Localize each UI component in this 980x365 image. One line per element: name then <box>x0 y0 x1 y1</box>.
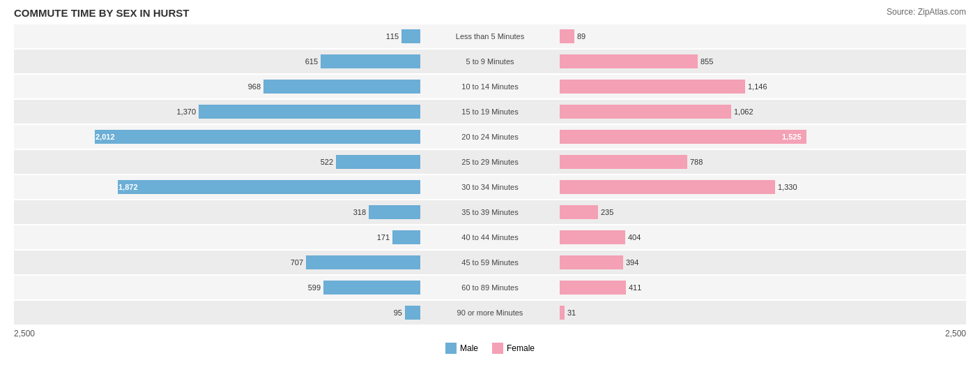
male-value: 522 <box>321 158 333 166</box>
male-bar <box>199 105 420 119</box>
female-bar <box>560 155 687 169</box>
female-value: 1,062 <box>734 107 753 116</box>
row-label: Less than 5 Minutes <box>420 32 560 40</box>
male-bar <box>369 205 420 219</box>
male-value: 1,370 <box>176 107 196 116</box>
male-value: 968 <box>248 82 261 91</box>
female-value: 1,330 <box>778 183 797 191</box>
male-value: 115 <box>386 32 399 40</box>
table-row: 2,01220 to 24 Minutes1,525 <box>14 125 966 149</box>
table-row: 59960 to 89 Minutes411 <box>14 276 966 299</box>
table-row: 31835 to 39 Minutes235 <box>14 200 966 224</box>
chart-title: COMMUTE TIME BY SEX IN HURST <box>14 7 189 19</box>
female-value: 404 <box>628 233 641 241</box>
male-bar <box>405 306 420 320</box>
table-row: 1,87230 to 34 Minutes1,330 <box>14 175 966 199</box>
male-value: 318 <box>353 208 366 216</box>
source-text: Source: ZipAtlas.com <box>887 7 966 17</box>
male-bar <box>321 54 420 68</box>
female-bar <box>560 105 731 119</box>
female-color-box <box>492 343 503 354</box>
table-row: 1,37015 to 19 Minutes1,062 <box>14 100 966 124</box>
female-bar <box>560 306 565 320</box>
row-label: 15 to 19 Minutes <box>420 107 560 116</box>
female-bar <box>560 130 806 144</box>
row-label: 45 to 59 Minutes <box>420 258 560 267</box>
female-value: 31 <box>567 308 576 317</box>
male-value: 707 <box>291 258 303 267</box>
female-bar <box>560 205 598 219</box>
female-value: 855 <box>700 57 713 66</box>
female-value: 788 <box>690 158 703 166</box>
male-bar <box>392 230 420 244</box>
table-row: 6155 to 9 Minutes855 <box>14 50 966 73</box>
male-label: Male <box>460 343 478 353</box>
chart-area: 115Less than 5 Minutes896155 to 9 Minute… <box>14 24 966 354</box>
female-bar <box>560 180 775 194</box>
male-bar <box>323 281 420 295</box>
row-label: 35 to 39 Minutes <box>420 208 560 216</box>
row-label: 60 to 89 Minutes <box>420 283 560 292</box>
male-value: 599 <box>308 283 321 292</box>
legend: Male Female <box>14 343 966 354</box>
table-row: 96810 to 14 Minutes1,146 <box>14 75 966 98</box>
female-value: 411 <box>629 283 641 292</box>
male-value: 1,872 <box>118 183 138 191</box>
female-value: 1,525 <box>782 133 802 141</box>
female-value: 235 <box>601 208 613 216</box>
row-label: 10 to 14 Minutes <box>420 82 560 91</box>
male-bar <box>306 255 420 269</box>
male-bar <box>401 29 420 43</box>
row-label: 25 to 29 Minutes <box>420 158 560 166</box>
row-label: 20 to 24 Minutes <box>420 133 560 141</box>
row-label: 40 to 44 Minutes <box>420 233 560 241</box>
male-value: 615 <box>305 57 318 66</box>
female-bar <box>560 80 745 94</box>
x-axis: 2,500 2,500 <box>14 329 966 338</box>
male-value: 95 <box>394 308 402 317</box>
table-row: 70745 to 59 Minutes394 <box>14 251 966 274</box>
female-value: 394 <box>626 258 638 267</box>
female-label: Female <box>507 343 535 353</box>
x-axis-left-label: 2,500 <box>14 329 35 338</box>
table-row: 17140 to 44 Minutes404 <box>14 225 966 249</box>
female-bar <box>560 281 626 295</box>
legend-male: Male <box>445 343 478 354</box>
female-value: 1,146 <box>748 82 767 91</box>
female-bar <box>560 54 698 68</box>
table-row: 52225 to 29 Minutes788 <box>14 150 966 174</box>
male-value: 2,012 <box>95 133 115 141</box>
male-bar <box>263 80 420 94</box>
row-label: 5 to 9 Minutes <box>420 57 560 66</box>
row-label: 90 or more Minutes <box>420 308 560 317</box>
male-bar <box>336 155 420 169</box>
female-bar <box>560 29 574 43</box>
row-label: 30 to 34 Minutes <box>420 183 560 191</box>
male-bar <box>95 130 420 144</box>
female-value: 89 <box>577 32 585 40</box>
male-bar <box>118 180 420 194</box>
legend-female: Female <box>492 343 535 354</box>
table-row: 9590 or more Minutes31 <box>14 301 966 325</box>
x-axis-right-label: 2,500 <box>945 329 966 338</box>
female-bar <box>560 255 623 269</box>
male-value: 171 <box>377 233 390 241</box>
table-row: 115Less than 5 Minutes89 <box>14 24 966 48</box>
male-color-box <box>445 343 457 354</box>
female-bar <box>560 230 625 244</box>
